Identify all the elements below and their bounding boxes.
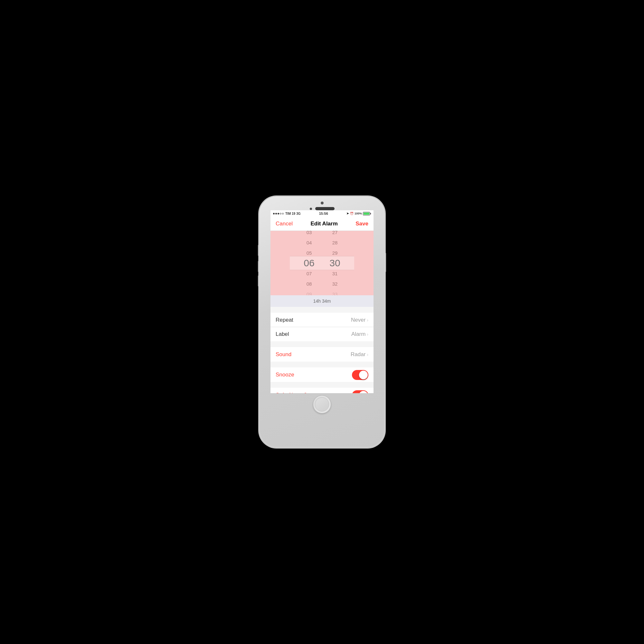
- hour-item-04: 04: [303, 238, 316, 247]
- safe-alarm-row: Safe Alarm 2: [270, 388, 374, 393]
- front-camera: [321, 202, 324, 204]
- settings-section-2: Sound Radar ›: [270, 347, 374, 362]
- hours-picker-column[interactable]: 03 04 05 06 07 08 09: [303, 231, 316, 295]
- minutes-picker-column[interactable]: 27 28 29 30 31 32 33: [328, 231, 341, 295]
- battery-percent: 100%: [355, 212, 362, 215]
- section-gap-3: [270, 362, 374, 367]
- repeat-chevron-icon: ›: [367, 317, 368, 323]
- hour-item-06-selected: 06: [303, 258, 316, 268]
- signal-dot-3: [278, 213, 279, 214]
- status-right: ➤ ⏰ 100%: [346, 212, 371, 215]
- snooze-toggle-knob: [359, 371, 368, 379]
- phone-top-area: [259, 196, 385, 210]
- safe-alarm-toggle[interactable]: [352, 390, 368, 393]
- signal-dot-5: [282, 213, 284, 214]
- signal-dot-4: [280, 213, 281, 214]
- minute-item-28: 28: [328, 238, 341, 247]
- sound-value-container: Radar ›: [351, 351, 368, 358]
- settings-section-3: Snooze: [270, 368, 374, 382]
- snooze-label: Snooze: [276, 372, 294, 378]
- snooze-row: Snooze: [270, 368, 374, 382]
- network-type: 3G: [296, 212, 300, 215]
- minute-item-29: 29: [328, 248, 341, 258]
- repeat-label: Repeat: [276, 317, 293, 323]
- section-gap-2: [270, 341, 374, 347]
- minute-item-31: 31: [328, 269, 341, 278]
- settings-section-1: Repeat Never › Label Alarm ›: [270, 313, 374, 341]
- battery-fill: [364, 213, 369, 215]
- home-button-inner: [315, 397, 329, 412]
- sound-label: Sound: [276, 351, 291, 358]
- section-gap-1: [270, 307, 374, 313]
- phone-screen: TIM 19 3G 15:56 ➤ ⏰ 100%: [270, 210, 374, 393]
- alarm-icon: ⏰: [350, 212, 354, 215]
- repeat-row[interactable]: Repeat Never ›: [270, 313, 374, 327]
- label-label: Label: [276, 331, 289, 337]
- signal-dot-2: [275, 213, 277, 214]
- section-gap-4: [270, 382, 374, 388]
- battery-indicator: [363, 212, 371, 215]
- phone-device: TIM 19 3G 15:56 ➤ ⏰ 100%: [259, 196, 385, 448]
- hour-item-09: 09: [303, 289, 316, 295]
- page-title: Edit Alarm: [310, 221, 337, 227]
- proximity-sensor: [310, 208, 312, 210]
- snooze-toggle[interactable]: [352, 370, 368, 380]
- label-chevron-icon: ›: [367, 332, 368, 337]
- countdown-text: 14h 34m: [313, 298, 331, 304]
- hour-item-05: 05: [303, 248, 316, 258]
- earpiece-speaker: [315, 207, 335, 210]
- nav-bar: Cancel Edit Alarm Save: [270, 217, 374, 231]
- location-icon: ➤: [346, 212, 349, 215]
- hour-item-03: 03: [303, 231, 316, 237]
- safe-alarm-label: Safe Alarm 2: [276, 392, 307, 393]
- minute-item-27: 27: [328, 231, 341, 237]
- sound-chevron-icon: ›: [367, 352, 368, 357]
- home-button[interactable]: [313, 395, 331, 413]
- status-left: TIM 19 3G: [273, 212, 300, 215]
- label-row[interactable]: Label Alarm ›: [270, 327, 374, 341]
- settings-section-4: Safe Alarm 2: [270, 388, 374, 393]
- signal-dot-1: [273, 213, 275, 214]
- carrier-name: TIM 19: [285, 212, 295, 215]
- status-time: 15:56: [319, 212, 328, 215]
- countdown-bar: 14h 34m: [270, 295, 374, 307]
- sound-row[interactable]: Sound Radar ›: [270, 347, 374, 362]
- screen-wrapper: TIM 19 3G 15:56 ➤ ⏰ 100%: [259, 210, 385, 393]
- picker-columns: 03 04 05 06 07 08 09 27 28 29 30 3: [303, 231, 341, 295]
- hour-item-07: 07: [303, 269, 316, 278]
- minute-item-33: 33: [328, 289, 341, 295]
- home-button-area: [259, 393, 385, 416]
- label-value: Alarm: [351, 331, 365, 337]
- repeat-value-container: Never ›: [351, 317, 368, 323]
- speaker-area: [310, 207, 335, 210]
- signal-dots: [273, 213, 284, 214]
- safe-alarm-toggle-knob: [359, 391, 368, 393]
- minute-item-30-selected: 30: [328, 258, 341, 268]
- repeat-value: Never: [351, 317, 365, 323]
- hour-item-08: 08: [303, 279, 316, 289]
- minute-item-32: 32: [328, 279, 341, 289]
- cancel-button[interactable]: Cancel: [276, 221, 293, 227]
- save-button[interactable]: Save: [355, 221, 368, 227]
- battery-tip: [370, 213, 371, 214]
- time-picker[interactable]: 03 04 05 06 07 08 09 27 28 29 30 3: [270, 231, 374, 295]
- label-value-container: Alarm ›: [351, 331, 368, 337]
- sound-value: Radar: [351, 351, 365, 358]
- status-bar: TIM 19 3G 15:56 ➤ ⏰ 100%: [270, 210, 374, 217]
- battery-body: [363, 212, 370, 215]
